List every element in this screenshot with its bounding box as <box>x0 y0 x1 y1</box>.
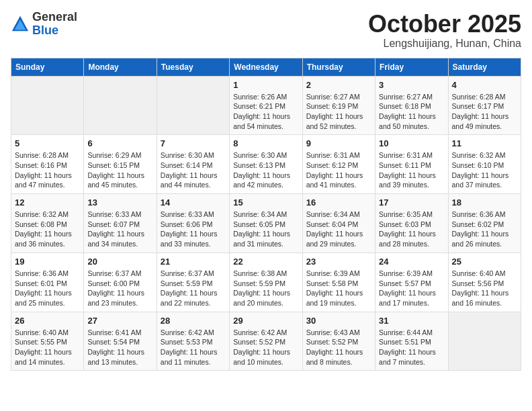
calendar-cell: 12Sunrise: 6:32 AM Sunset: 6:08 PM Dayli… <box>11 194 84 253</box>
calendar-cell: 2Sunrise: 6:27 AM Sunset: 6:19 PM Daylig… <box>302 76 375 135</box>
calendar-cell: 16Sunrise: 6:34 AM Sunset: 6:04 PM Dayli… <box>302 194 375 253</box>
day-info: Sunrise: 6:32 AM Sunset: 6:10 PM Dayligh… <box>452 150 517 190</box>
day-info: Sunrise: 6:31 AM Sunset: 6:12 PM Dayligh… <box>306 150 371 190</box>
calendar-cell: 19Sunrise: 6:36 AM Sunset: 6:01 PM Dayli… <box>11 253 84 312</box>
day-info: Sunrise: 6:39 AM Sunset: 5:58 PM Dayligh… <box>306 269 371 308</box>
logo-general-text: General <box>32 11 77 24</box>
day-number: 29 <box>233 316 298 326</box>
calendar-cell: 3Sunrise: 6:27 AM Sunset: 6:18 PM Daylig… <box>375 76 448 135</box>
day-info: Sunrise: 6:39 AM Sunset: 5:57 PM Dayligh… <box>379 269 444 308</box>
calendar-week-4: 19Sunrise: 6:36 AM Sunset: 6:01 PM Dayli… <box>11 253 521 312</box>
day-info: Sunrise: 6:40 AM Sunset: 5:55 PM Dayligh… <box>15 328 80 367</box>
calendar-cell: 6Sunrise: 6:29 AM Sunset: 6:15 PM Daylig… <box>84 135 157 194</box>
day-info: Sunrise: 6:31 AM Sunset: 6:11 PM Dayligh… <box>379 150 444 190</box>
day-info: Sunrise: 6:28 AM Sunset: 6:16 PM Dayligh… <box>15 150 80 190</box>
day-info: Sunrise: 6:42 AM Sunset: 5:52 PM Dayligh… <box>233 328 298 367</box>
calendar-cell: 21Sunrise: 6:37 AM Sunset: 5:59 PM Dayli… <box>157 253 229 312</box>
day-info: Sunrise: 6:27 AM Sunset: 6:19 PM Dayligh… <box>306 92 371 132</box>
day-number: 12 <box>15 197 80 208</box>
calendar-cell: 10Sunrise: 6:31 AM Sunset: 6:11 PM Dayli… <box>375 135 448 194</box>
day-info: Sunrise: 6:30 AM Sunset: 6:13 PM Dayligh… <box>233 150 298 190</box>
calendar-cell: 18Sunrise: 6:36 AM Sunset: 6:02 PM Dayli… <box>448 194 521 253</box>
day-number: 26 <box>15 316 80 326</box>
calendar-cell: 28Sunrise: 6:42 AM Sunset: 5:53 PM Dayli… <box>157 312 229 371</box>
calendar-cell: 20Sunrise: 6:37 AM Sunset: 6:00 PM Dayli… <box>84 253 157 312</box>
calendar-cell: 29Sunrise: 6:42 AM Sunset: 5:52 PM Dayli… <box>230 312 302 371</box>
day-number: 24 <box>379 257 444 267</box>
calendar-cell: 23Sunrise: 6:39 AM Sunset: 5:58 PM Dayli… <box>302 253 375 312</box>
day-info: Sunrise: 6:40 AM Sunset: 5:56 PM Dayligh… <box>452 269 517 308</box>
day-number: 19 <box>15 257 80 267</box>
day-number: 17 <box>379 197 444 208</box>
calendar-cell <box>84 76 157 135</box>
day-number: 9 <box>306 138 371 148</box>
calendar-header: SundayMondayTuesdayWednesdayThursdayFrid… <box>11 58 521 76</box>
day-info: Sunrise: 6:29 AM Sunset: 6:15 PM Dayligh… <box>87 150 152 190</box>
day-info: Sunrise: 6:28 AM Sunset: 6:17 PM Dayligh… <box>452 92 517 132</box>
day-info: Sunrise: 6:27 AM Sunset: 6:18 PM Dayligh… <box>379 92 444 132</box>
day-number: 20 <box>87 257 152 267</box>
calendar-cell <box>448 312 521 371</box>
day-number: 28 <box>161 316 226 326</box>
day-number: 15 <box>233 197 298 208</box>
calendar-cell: 15Sunrise: 6:34 AM Sunset: 6:05 PM Dayli… <box>230 194 302 253</box>
calendar-cell: 31Sunrise: 6:44 AM Sunset: 5:51 PM Dayli… <box>375 312 448 371</box>
page-header: General Blue October 2025 Lengshuijiang,… <box>11 11 521 50</box>
calendar-title: October 2025 <box>368 11 521 38</box>
calendar-cell: 30Sunrise: 6:43 AM Sunset: 5:52 PM Dayli… <box>302 312 375 371</box>
day-info: Sunrise: 6:36 AM Sunset: 6:02 PM Dayligh… <box>452 210 517 249</box>
weekday-header-thursday: Thursday <box>302 58 375 76</box>
title-block: October 2025 Lengshuijiang, Hunan, China <box>368 11 521 50</box>
calendar-week-5: 26Sunrise: 6:40 AM Sunset: 5:55 PM Dayli… <box>11 312 521 371</box>
day-info: Sunrise: 6:30 AM Sunset: 6:14 PM Dayligh… <box>161 150 226 190</box>
calendar-cell: 7Sunrise: 6:30 AM Sunset: 6:14 PM Daylig… <box>157 135 229 194</box>
calendar-table: SundayMondayTuesdayWednesdayThursdayFrid… <box>11 58 521 371</box>
day-number: 22 <box>233 257 298 267</box>
calendar-cell: 11Sunrise: 6:32 AM Sunset: 6:10 PM Dayli… <box>448 135 521 194</box>
calendar-cell: 14Sunrise: 6:33 AM Sunset: 6:06 PM Dayli… <box>157 194 229 253</box>
day-number: 10 <box>379 138 444 148</box>
calendar-cell: 5Sunrise: 6:28 AM Sunset: 6:16 PM Daylig… <box>11 135 84 194</box>
day-number: 8 <box>233 138 298 148</box>
day-number: 3 <box>379 80 444 90</box>
day-number: 21 <box>161 257 226 267</box>
day-info: Sunrise: 6:34 AM Sunset: 6:05 PM Dayligh… <box>233 210 298 249</box>
weekday-header-wednesday: Wednesday <box>230 58 302 76</box>
weekday-header-sunday: Sunday <box>11 58 84 76</box>
day-info: Sunrise: 6:33 AM Sunset: 6:06 PM Dayligh… <box>161 210 226 249</box>
day-info: Sunrise: 6:34 AM Sunset: 6:04 PM Dayligh… <box>306 210 371 249</box>
calendar-cell: 22Sunrise: 6:38 AM Sunset: 5:59 PM Dayli… <box>230 253 302 312</box>
logo-icon <box>11 15 30 34</box>
weekday-header-tuesday: Tuesday <box>157 58 229 76</box>
day-info: Sunrise: 6:26 AM Sunset: 6:21 PM Dayligh… <box>233 92 298 132</box>
calendar-body: 1Sunrise: 6:26 AM Sunset: 6:21 PM Daylig… <box>11 76 521 371</box>
day-number: 13 <box>87 197 152 208</box>
day-number: 30 <box>306 316 371 326</box>
day-number: 4 <box>452 80 517 90</box>
day-info: Sunrise: 6:37 AM Sunset: 5:59 PM Dayligh… <box>161 269 226 308</box>
day-info: Sunrise: 6:44 AM Sunset: 5:51 PM Dayligh… <box>379 328 444 367</box>
day-info: Sunrise: 6:36 AM Sunset: 6:01 PM Dayligh… <box>15 269 80 308</box>
calendar-cell: 4Sunrise: 6:28 AM Sunset: 6:17 PM Daylig… <box>448 76 521 135</box>
weekday-header-monday: Monday <box>84 58 157 76</box>
day-info: Sunrise: 6:43 AM Sunset: 5:52 PM Dayligh… <box>306 328 371 367</box>
calendar-location: Lengshuijiang, Hunan, China <box>368 38 521 50</box>
calendar-cell: 26Sunrise: 6:40 AM Sunset: 5:55 PM Dayli… <box>11 312 84 371</box>
day-info: Sunrise: 6:37 AM Sunset: 6:00 PM Dayligh… <box>87 269 152 308</box>
calendar-cell <box>11 76 84 135</box>
calendar-week-2: 5Sunrise: 6:28 AM Sunset: 6:16 PM Daylig… <box>11 135 521 194</box>
logo: General Blue <box>11 11 77 38</box>
logo-text: General Blue <box>32 11 77 38</box>
calendar-cell: 13Sunrise: 6:33 AM Sunset: 6:07 PM Dayli… <box>84 194 157 253</box>
calendar-cell: 8Sunrise: 6:30 AM Sunset: 6:13 PM Daylig… <box>230 135 302 194</box>
day-number: 23 <box>306 257 371 267</box>
day-number: 2 <box>306 80 371 90</box>
day-number: 27 <box>87 316 152 326</box>
calendar-cell: 27Sunrise: 6:41 AM Sunset: 5:54 PM Dayli… <box>84 312 157 371</box>
day-info: Sunrise: 6:35 AM Sunset: 6:03 PM Dayligh… <box>379 210 444 249</box>
day-number: 1 <box>233 80 298 90</box>
weekday-header-row: SundayMondayTuesdayWednesdayThursdayFrid… <box>11 58 521 76</box>
day-info: Sunrise: 6:33 AM Sunset: 6:07 PM Dayligh… <box>87 210 152 249</box>
day-info: Sunrise: 6:38 AM Sunset: 5:59 PM Dayligh… <box>233 269 298 308</box>
calendar-cell <box>157 76 229 135</box>
